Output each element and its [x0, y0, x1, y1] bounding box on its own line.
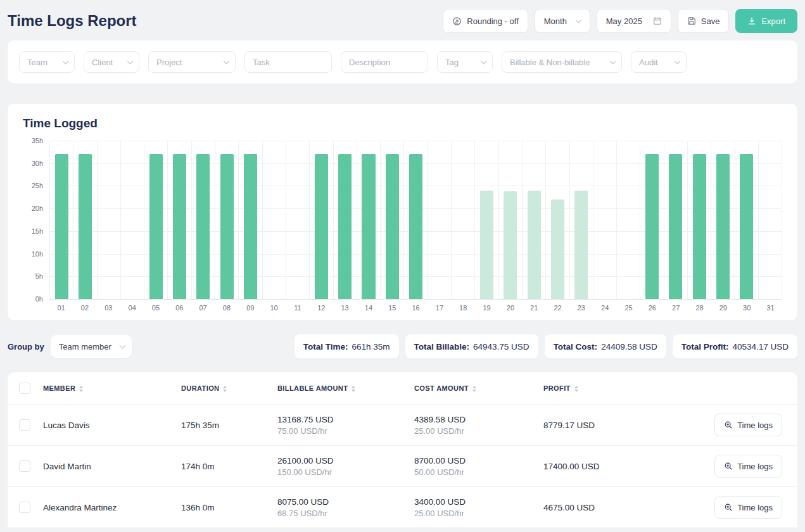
chevron-down-icon	[610, 58, 616, 64]
chart-bar	[528, 191, 541, 299]
time-logs-label: Time logs	[737, 462, 773, 471]
chart-column	[49, 141, 73, 299]
chart-bar	[362, 154, 375, 299]
rounding-button[interactable]: Rounding - off	[443, 9, 528, 33]
chart-bar	[149, 154, 163, 299]
billable-column-header[interactable]: BILLABLE AMOUNT	[272, 372, 409, 405]
audit-filter[interactable]: Audit	[631, 51, 687, 73]
description-input[interactable]	[341, 51, 428, 73]
billable-rate: 68.75 USD/hr	[277, 509, 404, 518]
chart-column	[593, 141, 616, 299]
cost-rate: 50.00 USD/hr	[414, 467, 533, 477]
chart-column	[286, 141, 309, 299]
magnifier-plus-icon	[724, 503, 733, 512]
member-column-header[interactable]: MEMBER	[38, 372, 176, 405]
total-profit-value: 40534.17 USD	[732, 342, 789, 352]
x-tick-label: 30	[735, 304, 759, 312]
time-logs-label: Time logs	[737, 421, 773, 430]
select-all-checkbox[interactable]	[19, 383, 30, 394]
profit-column-header[interactable]: PROFIT	[538, 372, 688, 405]
group-by-select[interactable]: Team member	[51, 335, 132, 358]
billable-filter-label: Billable & Non-billable	[510, 58, 590, 67]
sort-icon[interactable]	[223, 386, 227, 392]
chart-bar	[693, 154, 706, 299]
sort-icon[interactable]	[574, 386, 578, 392]
chart-column	[309, 141, 333, 299]
team-filter[interactable]: Team	[19, 51, 75, 73]
time-logs-button[interactable]: Time logs	[714, 496, 782, 519]
x-tick-label: 18	[452, 304, 475, 312]
chart-column	[144, 141, 167, 299]
chart-column	[403, 141, 427, 299]
project-filter[interactable]: Project	[148, 51, 236, 73]
profit-value: 8779.17 USD	[543, 421, 595, 430]
billable-amount: 8075.00 USD	[277, 497, 404, 507]
chart-column	[640, 141, 663, 299]
chart-columns	[49, 141, 782, 299]
x-tick-label: 26	[640, 304, 664, 312]
y-tick-label: 10h	[32, 250, 43, 258]
total-billable-label: Total Billable:	[414, 342, 470, 352]
y-tick-label: 15h	[32, 227, 43, 235]
chevron-down-icon	[575, 16, 581, 23]
tag-filter[interactable]: Tag	[437, 51, 493, 73]
chart-column	[167, 141, 191, 299]
profit-value: 17400.00 USD	[543, 462, 600, 471]
total-profit-stat: Total Profit: 40534.17 USD	[673, 334, 797, 358]
export-button[interactable]: Export	[735, 9, 797, 33]
x-tick-label: 10	[262, 304, 286, 312]
client-filter[interactable]: Client	[84, 51, 139, 73]
chart-bar	[55, 154, 68, 299]
sort-icon[interactable]	[79, 386, 83, 392]
x-tick-label: 16	[404, 304, 428, 312]
x-tick-label: 20	[498, 304, 522, 312]
y-tick-label: 0h	[35, 295, 43, 303]
member-header-label: MEMBER	[43, 384, 75, 392]
row-checkbox[interactable]	[19, 460, 30, 472]
cost-column-header[interactable]: COST AMOUNT	[409, 372, 538, 405]
top-bar: Time Logs Report Rounding - off Month Ma…	[0, 0, 805, 41]
date-picker[interactable]: May 2025	[597, 9, 671, 33]
chart-bar	[740, 154, 753, 299]
table-row: David Martin174h 0m26100.00 USD150.00 US…	[8, 446, 797, 487]
chart-column	[357, 141, 380, 299]
chevron-down-icon	[675, 58, 681, 64]
chart-column	[687, 141, 711, 299]
x-tick-label: 17	[428, 304, 451, 312]
chart-bar	[574, 191, 588, 299]
task-input[interactable]	[244, 51, 332, 73]
chart-column	[569, 141, 593, 299]
total-billable-value: 64943.75 USD	[473, 342, 529, 352]
chart-bar	[409, 154, 422, 299]
row-checkbox[interactable]	[19, 419, 30, 431]
page-title: Time Logs Report	[8, 12, 137, 30]
save-label: Save	[701, 16, 720, 26]
time-logs-button[interactable]: Time logs	[714, 414, 782, 436]
time-logs-label: Time logs	[737, 503, 773, 512]
audit-filter-label: Audit	[639, 58, 658, 67]
chart-column	[215, 141, 238, 299]
billable-filter[interactable]: Billable & Non-billable	[502, 51, 622, 73]
chart-bar	[315, 154, 328, 299]
row-checkbox[interactable]	[19, 502, 30, 513]
chart-column	[262, 141, 286, 299]
duration-column-header[interactable]: DURATION	[176, 372, 272, 405]
sort-icon[interactable]	[472, 386, 476, 392]
duration-value: 136h 0m	[181, 503, 215, 512]
time-logs-button[interactable]: Time logs	[714, 455, 782, 478]
magnifier-plus-icon	[724, 421, 733, 429]
table-body: Lucas Davis175h 35m13168.75 USD75.00 USD…	[8, 405, 797, 528]
y-tick-label: 20h	[32, 205, 43, 212]
group-by-label: Group by	[8, 342, 44, 352]
chart-column	[735, 141, 758, 299]
profit-value: 4675.00 USD	[543, 503, 595, 512]
save-button[interactable]: Save	[678, 9, 730, 33]
x-tick-label: 11	[286, 304, 309, 312]
x-tick-label: 15	[381, 304, 404, 312]
y-tick-label: 25h	[32, 182, 43, 189]
member-name: Alexandra Martinez	[43, 503, 117, 512]
period-select[interactable]: Month	[535, 9, 590, 33]
magnifier-plus-icon	[724, 462, 733, 471]
billable-rate: 150.00 USD/hr	[277, 467, 404, 477]
sort-icon[interactable]	[352, 386, 355, 392]
